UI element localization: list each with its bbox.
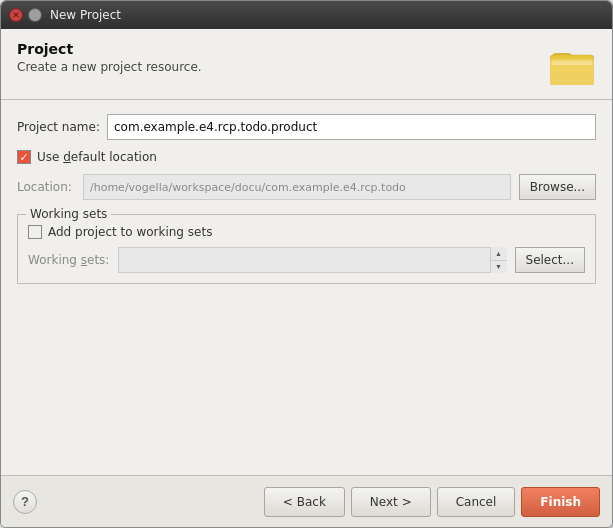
use-default-location-checkbox[interactable]: ✓ xyxy=(17,150,31,164)
window-title: New Project xyxy=(50,8,121,22)
working-sets-input-wrap: ▲ ▼ xyxy=(118,247,507,273)
close-icon: ✕ xyxy=(12,10,20,20)
button-bar: ? < Back Next > Cancel Finish xyxy=(1,475,612,527)
titlebar-controls: ✕ xyxy=(9,8,42,22)
finish-button[interactable]: Finish xyxy=(521,487,600,517)
folder-icon xyxy=(548,41,596,89)
check-icon: ✓ xyxy=(19,152,28,163)
spinner-down-button[interactable]: ▼ xyxy=(491,261,507,274)
working-sets-group: Working sets Add project to working sets… xyxy=(17,214,596,284)
svg-rect-3 xyxy=(552,61,592,65)
spinner-up-button[interactable]: ▲ xyxy=(491,247,507,261)
project-name-label: Project name: xyxy=(17,120,107,134)
titlebar: ✕ New Project xyxy=(1,1,612,29)
content-area: Project Create a new project resource. xyxy=(1,29,612,527)
page-title: Project xyxy=(17,41,202,57)
add-to-working-sets-row: Add project to working sets xyxy=(28,225,585,239)
close-button[interactable]: ✕ xyxy=(9,8,23,22)
browse-button[interactable]: Browse... xyxy=(519,174,596,200)
use-default-location-row: ✓ Use default location xyxy=(17,150,596,164)
back-button[interactable]: < Back xyxy=(264,487,345,517)
cancel-button[interactable]: Cancel xyxy=(437,487,516,517)
location-input[interactable] xyxy=(83,174,511,200)
header-text: Project Create a new project resource. xyxy=(17,41,202,74)
location-label: Location: xyxy=(17,180,75,194)
select-button[interactable]: Select... xyxy=(515,247,585,273)
project-name-input[interactable] xyxy=(107,114,596,140)
working-sets-group-label: Working sets xyxy=(26,207,111,221)
add-to-working-sets-checkbox[interactable] xyxy=(28,225,42,239)
header-section: Project Create a new project resource. xyxy=(1,29,612,99)
spinner-buttons: ▲ ▼ xyxy=(490,247,507,273)
working-sets-input-row: Working sets: ▲ ▼ Select... xyxy=(28,247,585,273)
minimize-button[interactable] xyxy=(28,8,42,22)
window: ✕ New Project Project Create a new proje… xyxy=(0,0,613,528)
working-sets-label: Working sets: xyxy=(28,253,110,267)
page-subtitle: Create a new project resource. xyxy=(17,60,202,74)
add-to-working-sets-label: Add project to working sets xyxy=(48,225,212,239)
project-name-row: Project name: xyxy=(17,114,596,140)
working-sets-input[interactable] xyxy=(118,247,507,273)
form-section: Project name: ✓ Use default location Loc… xyxy=(1,100,612,475)
help-button[interactable]: ? xyxy=(13,490,37,514)
location-row: Location: Browse... xyxy=(17,174,596,200)
next-button[interactable]: Next > xyxy=(351,487,431,517)
use-default-location-label: Use default location xyxy=(37,150,157,164)
